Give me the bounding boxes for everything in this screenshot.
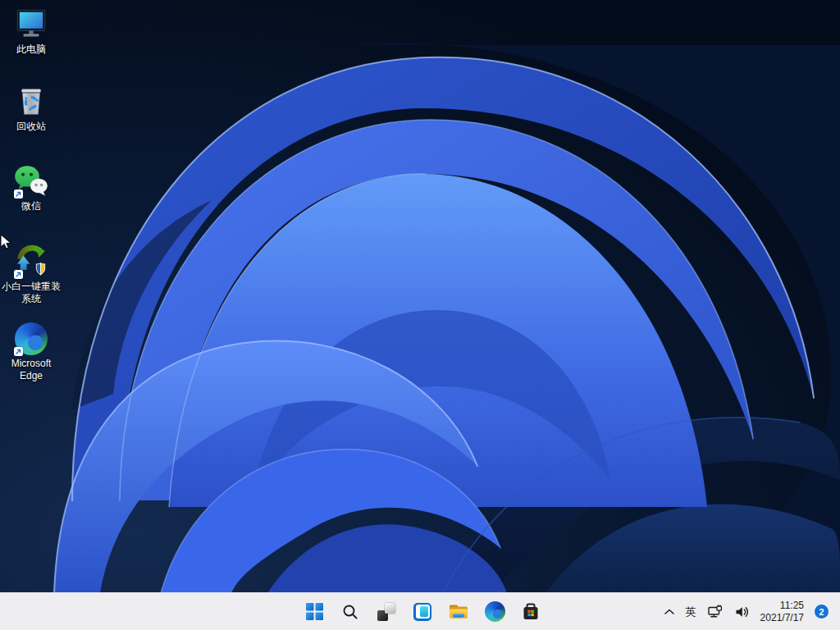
edge-button[interactable] [478,596,511,628]
system-tray: 英 11:25 2021/7/17 2 [659,593,840,630]
speaker-icon [735,605,750,619]
desktop-icon-wechat[interactable]: 微信 [0,163,62,212]
start-icon [306,603,323,620]
clock-time: 11:25 [760,600,804,612]
ethernet-icon [708,605,724,619]
network-button[interactable] [702,596,729,628]
microsoft-store-icon [522,603,540,621]
chevron-up-icon [664,609,674,615]
wallpaper-bloom [0,0,840,593]
task-view-icon [377,603,395,621]
desktop-icon-this-pc[interactable]: 此电脑 [0,7,62,56]
file-explorer-button[interactable] [442,596,475,628]
recycle-bin-icon [14,84,48,119]
desktop-icon-microsoft-edge[interactable]: Microsoft Edge [0,321,62,382]
shortcut-arrow-icon [14,189,23,199]
search-button[interactable] [334,596,367,628]
clock-date: 2021/7/17 [760,612,804,624]
desktop-icon-xiaobai-reinstall[interactable]: 小白一键重装系统 [0,244,62,305]
volume-button[interactable] [729,596,756,628]
notification-badge[interactable]: 2 [815,605,829,619]
widgets-button[interactable] [406,596,439,628]
clock[interactable]: 11:25 2021/7/17 [756,600,809,624]
start-button[interactable] [298,596,331,628]
microsoft-store-button[interactable] [514,596,547,628]
icon-label-xiaobai-reinstall: 小白一键重装系统 [0,281,62,305]
task-view-button[interactable] [370,596,403,628]
file-explorer-icon [449,603,468,621]
icon-label-wechat: 微信 [21,200,41,212]
taskbar: 英 11:25 2021/7/17 2 [0,592,840,630]
icon-label-microsoft-edge: Microsoft Edge [0,358,62,382]
taskbar-center-buttons [298,593,547,630]
shortcut-arrow-icon [14,347,23,356]
tray-overflow-button[interactable] [659,596,680,628]
edge-icon [485,601,505,622]
this-pc-icon [14,7,48,42]
desktop-icon-recycle-bin[interactable]: 回收站 [0,84,62,133]
icon-label-recycle-bin: 回收站 [16,121,46,133]
ime-indicator[interactable]: 英 [680,596,702,628]
desktop: 此电脑 回收站 [0,0,840,593]
search-icon [342,604,358,620]
shortcut-arrow-icon [14,270,23,279]
widgets-icon [413,603,431,621]
icon-label-this-pc: 此电脑 [16,43,46,56]
